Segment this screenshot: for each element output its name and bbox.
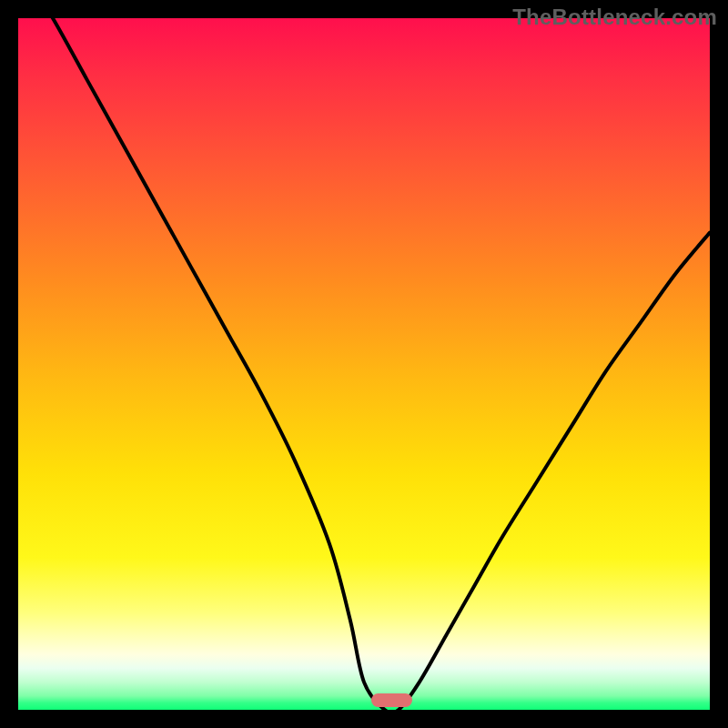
watermark-text: TheBottleneck.com: [512, 5, 717, 30]
bottleneck-curve-path: [18, 18, 710, 710]
optimal-marker: [371, 693, 413, 707]
plot-area: [18, 18, 710, 710]
bottleneck-chart: TheBottleneck.com: [0, 0, 728, 728]
curve-layer: [18, 18, 710, 710]
